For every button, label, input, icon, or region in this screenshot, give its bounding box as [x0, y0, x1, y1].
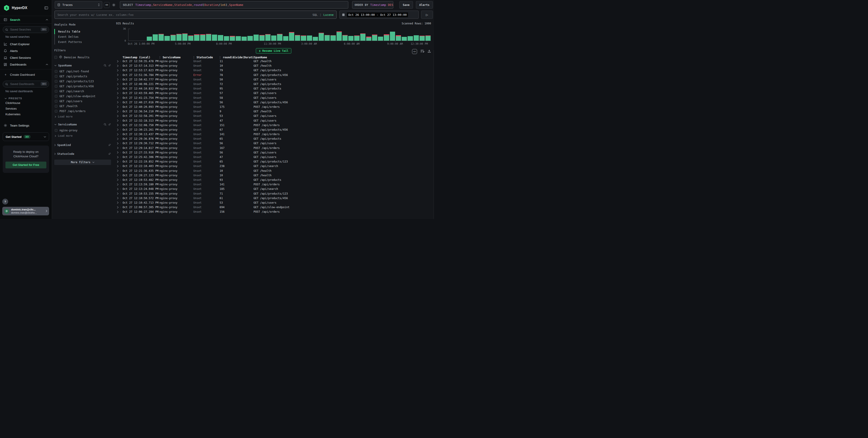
- analysis-mode-option[interactable]: Results Table: [54, 29, 111, 34]
- filter-option[interactable]: GET /api/products/123: [54, 79, 111, 84]
- table-row[interactable]: Oct 27 12:32:18.313 PMnginx-proxyUnset47…: [116, 118, 431, 123]
- sidebar-item-alerts[interactable]: Alerts: [0, 47, 52, 54]
- expand-row-icon[interactable]: [116, 101, 121, 103]
- collapse-sidebar-icon[interactable]: [44, 6, 48, 10]
- histogram-bar[interactable]: [253, 29, 259, 41]
- histogram-bar[interactable]: [289, 29, 294, 41]
- expand-row-icon[interactable]: [116, 133, 121, 136]
- filter-group-statuscode[interactable]: StatusCode: [54, 152, 111, 156]
- expand-row-icon[interactable]: [116, 188, 121, 190]
- table-row[interactable]: Oct 27 12:20:27.133 PMnginx-proxyUnset10…: [116, 173, 431, 178]
- create-dashboard-button[interactable]: + Create Dashboard: [0, 71, 52, 78]
- preset-item-kubernetes[interactable]: Kubernetes: [0, 111, 52, 117]
- table-row[interactable]: Oct 27 12:41:23.754 PMnginx-proxyUnset58…: [116, 96, 431, 100]
- histogram-bar[interactable]: [372, 29, 377, 41]
- filter-option[interactable]: POST /api/orders: [54, 109, 111, 114]
- row-source-icon[interactable]: <>: [412, 49, 417, 54]
- histogram-bar[interactable]: [348, 29, 353, 41]
- pin-icon[interactable]: [108, 143, 111, 146]
- filter-option[interactable]: nginx-proxy: [54, 128, 111, 133]
- table-row[interactable]: Oct 27 12:29:14.817 PMnginx-proxyUnset16…: [116, 146, 431, 150]
- expand-row-icon[interactable]: [116, 161, 121, 163]
- filter-option[interactable]: GET /api/search: [54, 89, 111, 94]
- histogram-bar[interactable]: [147, 29, 152, 41]
- filter-option[interactable]: GET /api/users: [54, 99, 111, 104]
- expand-row-icon[interactable]: [116, 211, 121, 213]
- column-header-spanname[interactable]: SpanName: [253, 56, 431, 59]
- expand-row-icon[interactable]: [116, 165, 121, 167]
- histogram-bar[interactable]: [301, 29, 306, 41]
- expand-row-icon[interactable]: [116, 60, 121, 63]
- histogram-bar[interactable]: [212, 29, 217, 41]
- pin-icon[interactable]: [108, 64, 111, 67]
- checkbox[interactable]: [55, 70, 57, 73]
- table-row[interactable]: Oct 27 12:27:33.918 PMnginx-proxyUnset56…: [116, 150, 431, 155]
- histogram-bar[interactable]: [414, 29, 419, 41]
- sidebar-item-search[interactable]: Search: [0, 16, 52, 24]
- expand-row-icon[interactable]: [116, 83, 121, 86]
- histogram-bar[interactable]: [194, 29, 199, 41]
- histogram-bar[interactable]: [206, 29, 211, 41]
- table-row[interactable]: Oct 27 12:29:30.712 PMnginx-proxyUnset56…: [116, 141, 431, 145]
- column-header-statuscode[interactable]: StatusCode: [193, 56, 220, 59]
- table-row[interactable]: Oct 27 12:46:08.221 PMnginx-proxyUnset72…: [116, 82, 431, 86]
- table-row[interactable]: Oct 27 12:32:58.201 PMnginx-proxyUnset53…: [116, 114, 431, 118]
- histogram-bar[interactable]: [337, 29, 342, 41]
- histogram-bar[interactable]: [177, 29, 182, 41]
- histogram-bar[interactable]: [218, 29, 223, 41]
- select-query-input[interactable]: SELECT Timestamp,ServiceName,StatusCode,…: [120, 1, 348, 9]
- source-select[interactable]: Traces: [55, 1, 102, 9]
- user-menu[interactable]: D dominic.tran@clic... dominic.tran@clic…: [2, 207, 49, 215]
- table-row[interactable]: Oct 27 12:10:42.713 PMnginx-proxyUnset53…: [116, 200, 431, 205]
- preset-item-clickhouse[interactable]: ClickHouse: [0, 100, 52, 106]
- expand-row-icon[interactable]: [116, 74, 121, 76]
- denoise-results-option[interactable]: Denoise Results: [54, 55, 111, 59]
- pin-icon[interactable]: [108, 152, 111, 155]
- filter-group-servicename[interactable]: ServiceName: [54, 123, 111, 126]
- lucene-toggle[interactable]: Lucene: [323, 13, 334, 16]
- column-header-servicename[interactable]: ServiceName: [159, 56, 193, 59]
- expand-row-icon[interactable]: [116, 128, 121, 131]
- histogram-bar[interactable]: [295, 29, 300, 41]
- expand-row-icon[interactable]: [116, 174, 121, 176]
- table-row[interactable]: Oct 27 12:32:08.750 PMnginx-proxyUnset15…: [116, 123, 431, 128]
- expand-row-icon[interactable]: [116, 147, 121, 149]
- expand-row-icon[interactable]: [116, 88, 121, 90]
- expand-row-icon[interactable]: [116, 115, 121, 117]
- filter-group-spanname[interactable]: SpanName: [54, 64, 111, 67]
- load-more-servicename[interactable]: Load more: [54, 133, 111, 137]
- table-row[interactable]: Oct 27 12:10:50.572 PMnginx-proxyUnset61…: [116, 196, 431, 200]
- checkbox[interactable]: [55, 110, 57, 112]
- checkbox[interactable]: [55, 75, 57, 78]
- histogram-bar[interactable]: [319, 29, 324, 41]
- order-by-input[interactable]: ORDER BY Timestamp DESC: [352, 1, 393, 9]
- pin-icon[interactable]: [108, 123, 111, 126]
- table-row[interactable]: Oct 27 12:22:10.403 PMnginx-proxyUnset23…: [116, 164, 431, 168]
- column-header-timestamp[interactable]: Timestamp (Local): [121, 56, 159, 59]
- table-row[interactable]: Oct 27 12:13:59.180 PMnginx-proxyUnset14…: [116, 182, 431, 187]
- table-row[interactable]: Oct 27 12:30:23.261 PMnginx-proxyUnset67…: [116, 128, 431, 132]
- table-row[interactable]: Oct 27 12:21:36.435 PMnginx-proxyUnset10…: [116, 169, 431, 173]
- vertical-scrollbar[interactable]: [434, 50, 434, 219]
- table-row[interactable]: Oct 27 12:57:14.313 PMnginx-proxyUnset10…: [116, 64, 431, 68]
- checkbox[interactable]: [54, 56, 57, 59]
- histogram-bar[interactable]: [366, 29, 371, 41]
- expand-row-icon[interactable]: [116, 183, 121, 186]
- column-header-duration[interactable]: round(divide(Duration,: [220, 56, 253, 59]
- filter-option[interactable]: GET /health: [54, 104, 111, 109]
- table-row[interactable]: Oct 27 12:10:53.155 PMnginx-proxyUnset71…: [116, 191, 431, 196]
- checkbox[interactable]: [55, 80, 57, 83]
- histogram-bar[interactable]: [384, 29, 389, 41]
- table-row[interactable]: Oct 27 12:40:20.093 PMnginx-proxyUnset17…: [116, 105, 431, 109]
- load-more-spanname[interactable]: Load more: [54, 114, 111, 118]
- filter-option[interactable]: GET /api/slow-endpoint: [54, 94, 111, 99]
- histogram-bar[interactable]: [164, 29, 169, 41]
- more-filters-button[interactable]: More filters: [54, 160, 111, 165]
- histogram-bar[interactable]: [277, 29, 282, 41]
- get-started-free-button[interactable]: Get Started for Free: [5, 162, 46, 168]
- event-search-bar[interactable]: SQL | Lucene: [55, 11, 337, 19]
- histogram-bar[interactable]: [265, 29, 271, 41]
- expand-row-icon[interactable]: [116, 197, 121, 199]
- expand-row-icon[interactable]: [116, 138, 121, 140]
- resume-live-tail-button[interactable]: Resume Live Tail: [256, 48, 291, 54]
